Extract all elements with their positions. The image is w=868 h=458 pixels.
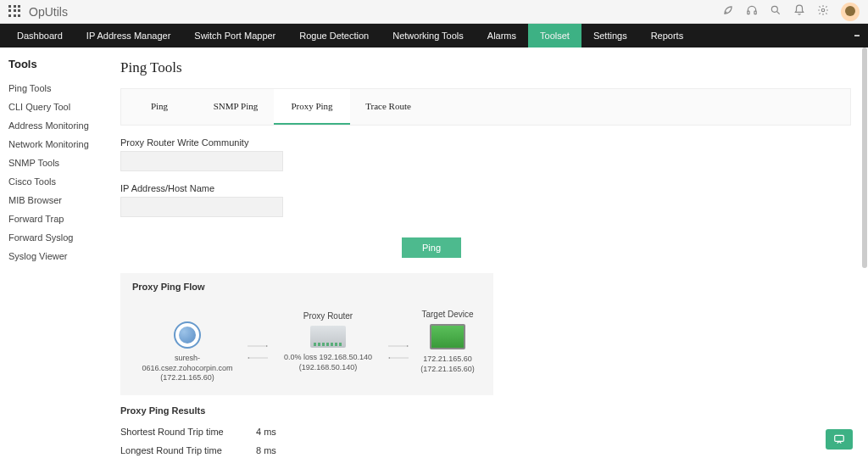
- tabs-filler: [426, 89, 850, 125]
- sidebar-item-snmp-tools[interactable]: SNMP Tools: [8, 154, 100, 172]
- router-text: 0.0% loss 192.168.50.140 (192.168.50.140…: [273, 353, 383, 372]
- arrow-left-1: [248, 352, 268, 359]
- svg-marker-10: [407, 345, 409, 347]
- result-value: 8 ms: [256, 445, 276, 455]
- globe-icon: [174, 321, 201, 349]
- tab-trace-route[interactable]: Trace Route: [350, 89, 426, 125]
- svg-marker-6: [266, 345, 268, 347]
- sidebar-item-syslog-viewer[interactable]: Syslog Viewer: [8, 247, 100, 265]
- community-input[interactable]: [120, 151, 283, 171]
- arrow-right-1: [248, 340, 268, 347]
- results-title: Proxy Ping Results: [120, 405, 851, 416]
- result-value: 4 ms: [256, 427, 276, 437]
- origin-host: suresh-0616.csez.zohocorpin.com: [132, 354, 242, 373]
- sidebar-title: Tools: [8, 58, 100, 70]
- bell-icon[interactable]: [793, 4, 805, 19]
- host-input[interactable]: [120, 197, 283, 217]
- svg-rect-1: [754, 11, 756, 14]
- svg-point-4: [821, 8, 825, 12]
- nav-toolset[interactable]: Toolset: [528, 24, 581, 47]
- tool-tabs: Ping SNMP Ping Proxy Ping Trace Route: [120, 88, 851, 126]
- nav-rogue-detection[interactable]: Rogue Detection: [287, 24, 381, 47]
- sidebar-item-mib-browser[interactable]: MIB Browser: [8, 191, 100, 209]
- sidebar: Tools Ping Tools CLI Query Tool Address …: [0, 47, 108, 458]
- host-label: IP Address/Host Name: [120, 183, 851, 193]
- nav-ip-address-manager[interactable]: IP Address Manager: [75, 24, 182, 47]
- avatar[interactable]: [841, 3, 860, 21]
- router-icon: [310, 326, 346, 348]
- sidebar-item-forward-trap[interactable]: Forward Trap: [8, 209, 100, 228]
- origin-ip: (172.21.165.60): [132, 373, 242, 383]
- nav-alarms[interactable]: Alarms: [476, 24, 528, 47]
- result-label: Longest Round Trip time: [120, 445, 256, 455]
- headset-icon[interactable]: [746, 4, 758, 19]
- svg-marker-8: [248, 357, 249, 359]
- scrollbar-thumb[interactable]: [862, 47, 867, 268]
- search-icon[interactable]: [770, 4, 782, 19]
- tab-proxy-ping[interactable]: Proxy Ping: [274, 89, 350, 125]
- router-label: Proxy Router: [273, 311, 383, 321]
- nav-dashboard[interactable]: Dashboard: [5, 24, 75, 47]
- result-row: Longest Round Trip time8 ms: [120, 441, 851, 458]
- sidebar-item-address-monitoring[interactable]: Address Monitoring: [8, 116, 100, 135]
- flow-panel: Proxy Ping Flow suresh-0616.csez.zohocor…: [120, 273, 493, 395]
- target-label: Target Device: [414, 310, 481, 319]
- flow-title: Proxy Ping Flow: [132, 282, 481, 292]
- topbar-actions: [722, 3, 860, 21]
- arrow-left-2: [388, 352, 409, 359]
- form-community: Proxy Router Write Community: [120, 137, 851, 171]
- gear-icon[interactable]: [817, 4, 829, 19]
- nav-reports[interactable]: Reports: [639, 24, 696, 47]
- tab-ping[interactable]: Ping: [121, 89, 198, 125]
- nav-networking-tools[interactable]: Networking Tools: [381, 24, 476, 47]
- svg-line-3: [777, 12, 780, 14]
- target-ip1: 172.21.165.60: [414, 355, 481, 365]
- ping-button[interactable]: Ping: [402, 237, 461, 258]
- sidebar-item-forward-syslog[interactable]: Forward Syslog: [8, 228, 100, 247]
- nav-switch-port-mapper[interactable]: Switch Port Mapper: [182, 24, 287, 47]
- help-chat-icon[interactable]: [826, 429, 853, 450]
- target-ip2: (172.21.165.60): [414, 365, 481, 375]
- arrow-right-2: [388, 340, 409, 347]
- result-label: Shortest Round Trip time: [120, 427, 256, 437]
- svg-point-2: [771, 6, 777, 12]
- result-row: Shortest Round Trip time4 ms: [120, 422, 851, 441]
- nav-more-icon[interactable]: [846, 24, 868, 47]
- origin-top-spacer: [132, 300, 242, 310]
- svg-marker-12: [388, 357, 390, 359]
- sidebar-item-cisco-tools[interactable]: Cisco Tools: [8, 172, 100, 191]
- navbar: Dashboard IP Address Manager Switch Port…: [0, 24, 868, 47]
- app-title: OpUtils: [29, 5, 68, 19]
- app-grid-icon[interactable]: [8, 5, 22, 19]
- main-content: Ping Tools Ping SNMP Ping Proxy Ping Tra…: [108, 47, 868, 458]
- topbar: OpUtils: [0, 0, 868, 24]
- tab-snmp-ping[interactable]: SNMP Ping: [198, 89, 274, 125]
- sidebar-item-cli-query[interactable]: CLI Query Tool: [8, 98, 100, 116]
- community-label: Proxy Router Write Community: [120, 137, 851, 148]
- nav-settings[interactable]: Settings: [581, 24, 639, 47]
- sidebar-item-network-monitoring[interactable]: Network Monitoring: [8, 135, 100, 154]
- monitor-icon: [430, 324, 465, 349]
- form-host: IP Address/Host Name: [120, 183, 851, 217]
- page-title: Ping Tools: [120, 59, 851, 76]
- rocket-icon[interactable]: [722, 4, 734, 19]
- sidebar-item-ping-tools[interactable]: Ping Tools: [8, 79, 100, 98]
- svg-rect-13: [835, 435, 844, 441]
- svg-rect-0: [748, 11, 749, 14]
